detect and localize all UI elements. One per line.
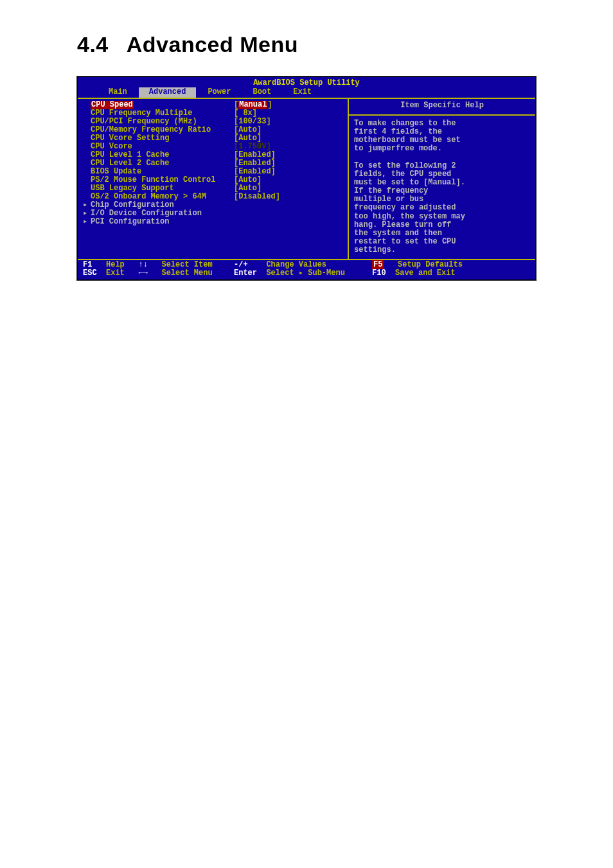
setting-value[interactable]: [Enabled] (234, 151, 348, 159)
setting-value[interactable]: [Enabled] (234, 168, 348, 176)
help-pane: Item Specific Help To make changes to th… (348, 99, 535, 258)
setting-label: BIOS Update (91, 168, 141, 176)
settings-pane: CPU Speed CPU Frequency Multiple CPU/PCI… (78, 99, 348, 258)
setting-row[interactable]: CPU Speed (83, 101, 234, 109)
legend-row2-right: F10 Save and Exit (372, 269, 530, 278)
setting-label: CPU Vcore Setting (91, 134, 169, 143)
tab-boot[interactable]: Boot (242, 87, 281, 98)
setting-row[interactable]: PS/2 Mouse Function Control (83, 176, 234, 184)
setting-label: CPU Vcore (91, 143, 132, 151)
setting-value[interactable]: [Auto] (234, 176, 348, 184)
setting-label: CPU Frequency Multiple (91, 109, 192, 118)
setting-label: OS/2 Onboard Memory > 64M (91, 193, 206, 201)
setting-value-text: Manual (238, 101, 267, 109)
setting-label: PS/2 Mouse Function Control (91, 176, 215, 184)
legend-key-f1: F1 (83, 260, 92, 269)
setting-value[interactable]: [Disabled] (234, 193, 348, 201)
setting-value[interactable]: [Enabled] (234, 159, 348, 168)
setting-row-submenu[interactable]: ▸I/O Device Configuration (83, 209, 234, 218)
setting-row[interactable]: CPU Vcore Setting (83, 134, 234, 143)
setting-row[interactable]: OS/2 Onboard Memory > 64M (83, 193, 234, 201)
tab-advanced[interactable]: Advanced (139, 87, 197, 98)
settings-values: [Manual] [ 8x] [100/33] [Auto] [Auto] [1… (234, 101, 348, 252)
legend-key-updown: ↑↓ (138, 260, 147, 269)
setting-row[interactable]: CPU/PCI Frequency (MHz) (83, 118, 234, 126)
setting-row[interactable]: CPU Vcore (83, 143, 234, 151)
heading-title: Advanced Menu (127, 32, 298, 57)
setting-value[interactable]: [100/33] (234, 118, 348, 126)
legend-key-f5: F5 (372, 260, 384, 269)
page-heading: 4.4Advanced Menu (77, 32, 536, 57)
setting-value[interactable]: [Auto] (234, 184, 348, 193)
submenu-icon: ▸ (83, 209, 91, 218)
help-body: To make changes to the first 4 fields, t… (349, 116, 535, 259)
legend-row2-left: ESC Exit ←→ Select Menu (83, 269, 234, 278)
tab-main[interactable]: Main (98, 87, 138, 98)
setting-row[interactable]: CPU Level 2 Cache (83, 159, 234, 168)
tab-power[interactable]: Power (197, 87, 241, 98)
setting-row[interactable]: CPU/Memory Frequency Ratio (83, 126, 234, 134)
setting-row[interactable]: CPU Level 1 Cache (83, 151, 234, 159)
legend-key-f10: F10 (372, 269, 386, 278)
submenu-icon: ▸ (83, 201, 91, 209)
bios-tab-bar: Main Advanced Power Boot Exit (78, 87, 535, 98)
setting-label: Chip Configuration (91, 201, 174, 209)
help-title: Item Specific Help (349, 99, 535, 115)
bios-body: CPU Speed CPU Frequency Multiple CPU/PCI… (78, 98, 535, 260)
bios-title: AwardBIOS Setup Utility (78, 77, 535, 87)
setting-value (234, 209, 348, 218)
tab-exit[interactable]: Exit (283, 87, 322, 98)
settings-labels: CPU Speed CPU Frequency Multiple CPU/PCI… (83, 101, 234, 252)
setting-row[interactable]: USB Legacy Support (83, 184, 234, 193)
bios-window: AwardBIOS Setup Utility Main Advanced Po… (77, 76, 536, 280)
legend-key-esc: ESC (83, 269, 97, 278)
setting-label: CPU/PCI Frequency (MHz) (91, 118, 197, 126)
submenu-icon: ▸ (83, 218, 91, 226)
setting-value[interactable]: [Auto] (234, 134, 348, 143)
heading-number: 4.4 (77, 32, 109, 57)
setting-label: CPU Speed (91, 101, 134, 109)
setting-label: CPU Level 2 Cache (91, 159, 169, 168)
setting-value-disabled: [1.750V] (234, 143, 348, 151)
setting-row-submenu[interactable]: ▸Chip Configuration (83, 201, 234, 209)
legend-key-minusplus: -/+ (234, 260, 248, 269)
setting-row[interactable]: CPU Frequency Multiple (83, 109, 234, 118)
setting-label: USB Legacy Support (91, 184, 174, 193)
legend-key-enter: Enter (234, 269, 257, 278)
setting-value (234, 218, 348, 226)
legend-row2-mid: Enter Select ▸ Sub-Menu (234, 269, 372, 278)
legend-bar: F1 Help ↑↓ Select Item ESC Exit ←→ Selec… (78, 260, 535, 279)
setting-label: CPU/Memory Frequency Ratio (91, 126, 211, 134)
setting-row-submenu[interactable]: ▸PCI Configuration (83, 218, 234, 226)
setting-value[interactable]: [ 8x] (234, 109, 348, 118)
setting-value[interactable]: [Auto] (234, 126, 348, 134)
setting-value (234, 201, 348, 209)
setting-value[interactable]: [Manual] (234, 101, 348, 109)
setting-label: I/O Device Configuration (91, 209, 202, 218)
setting-label: PCI Configuration (91, 218, 169, 226)
setting-label: CPU Level 1 Cache (91, 151, 169, 159)
legend-key-leftright: ←→ (138, 269, 147, 278)
setting-row[interactable]: BIOS Update (83, 168, 234, 176)
